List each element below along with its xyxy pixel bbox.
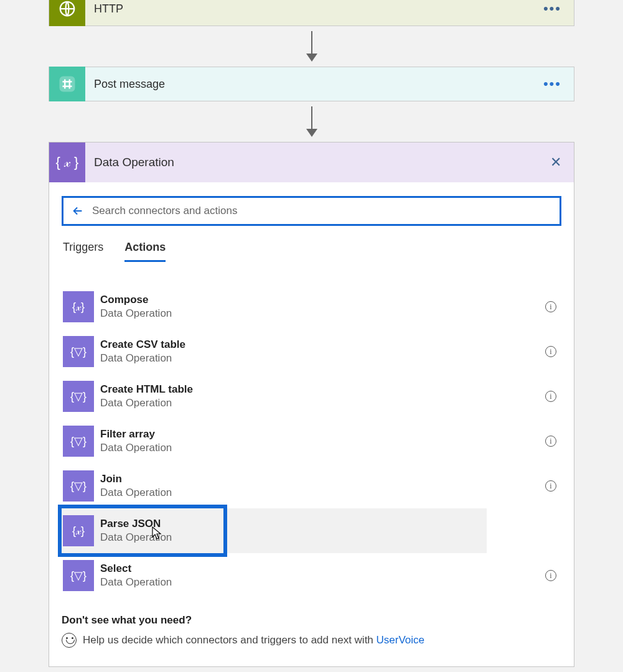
ellipsis-icon[interactable]: ••• bbox=[543, 1, 561, 17]
footer-help-text: Help us decide which connectors and trig… bbox=[83, 634, 377, 646]
globe-icon bbox=[49, 0, 85, 26]
post-message-step[interactable]: Post message ••• bbox=[49, 67, 574, 101]
footer-text: Help us decide which connectors and trig… bbox=[83, 634, 424, 646]
hash-icon bbox=[49, 67, 85, 101]
action-filter-array[interactable]: {▽} Filter array Data Operation i bbox=[62, 419, 561, 464]
braces-icon: {𝓍} bbox=[63, 515, 94, 546]
filter-icon: {▽} bbox=[63, 426, 94, 457]
footer-question: Don't see what you need? bbox=[62, 614, 561, 627]
action-name: Select bbox=[100, 562, 172, 576]
tab-triggers[interactable]: Triggers bbox=[63, 241, 103, 262]
action-name: Join bbox=[100, 472, 172, 486]
flow-arrow bbox=[306, 31, 317, 62]
svg-rect-1 bbox=[60, 77, 75, 91]
braces-icon: {𝓍} bbox=[63, 291, 94, 322]
post-step-title: Post message bbox=[94, 78, 165, 91]
action-name: Filter array bbox=[100, 427, 172, 441]
panel-title: Data Operation bbox=[94, 156, 174, 169]
uservoice-link[interactable]: UserVoice bbox=[377, 634, 424, 646]
back-arrow-icon[interactable] bbox=[71, 204, 85, 218]
action-list: {𝓍} Compose Data Operation i {▽} Create … bbox=[62, 284, 561, 598]
flow-arrow bbox=[306, 106, 317, 137]
action-parse-json[interactable]: {𝓍} Parse JSON Data Operation bbox=[62, 508, 223, 553]
action-select[interactable]: {▽} Select Data Operation i bbox=[62, 553, 561, 598]
ellipsis-icon[interactable]: ••• bbox=[543, 76, 561, 92]
cursor-icon bbox=[151, 526, 164, 541]
info-icon[interactable]: i bbox=[545, 480, 556, 492]
footer-help: Don't see what you need? Help us decide … bbox=[62, 614, 561, 648]
join-icon: {▽} bbox=[63, 470, 94, 502]
info-icon[interactable]: i bbox=[545, 346, 556, 357]
action-connector: Data Operation bbox=[100, 576, 172, 589]
action-create-html-table[interactable]: {▽} Create HTML table Data Operation i bbox=[62, 374, 561, 419]
action-name: Compose bbox=[100, 293, 172, 307]
table-icon: {▽} bbox=[63, 381, 94, 412]
data-operation-panel: { 𝓍 } Data Operation ✕ Triggers Actions bbox=[49, 142, 574, 667]
highlighted-selection: {𝓍} Parse JSON Data Operation i bbox=[62, 508, 487, 553]
search-input[interactable] bbox=[92, 205, 552, 217]
action-connector: Data Operation bbox=[100, 307, 172, 320]
action-connector: Data Operation bbox=[100, 396, 193, 410]
table-icon: {▽} bbox=[63, 336, 94, 367]
action-create-csv-table[interactable]: {▽} Create CSV table Data Operation i bbox=[62, 329, 561, 374]
close-icon[interactable]: ✕ bbox=[550, 154, 561, 170]
info-icon[interactable]: i bbox=[545, 301, 556, 312]
tab-actions[interactable]: Actions bbox=[124, 241, 166, 262]
http-step-title: HTTP bbox=[94, 2, 123, 16]
info-icon[interactable]: i bbox=[545, 436, 556, 447]
http-step[interactable]: HTTP ••• bbox=[49, 0, 574, 26]
action-connector: Data Operation bbox=[100, 486, 172, 500]
action-compose[interactable]: {𝓍} Compose Data Operation i bbox=[62, 284, 561, 329]
action-connector: Data Operation bbox=[100, 352, 185, 365]
action-connector: Data Operation bbox=[100, 441, 172, 455]
info-icon[interactable]: i bbox=[545, 391, 556, 402]
panel-header: { 𝓍 } Data Operation ✕ bbox=[49, 142, 574, 182]
action-join[interactable]: {▽} Join Data Operation i bbox=[62, 464, 561, 508]
action-name: Create CSV table bbox=[100, 338, 185, 352]
action-name: Create HTML table bbox=[100, 383, 193, 396]
select-icon: {▽} bbox=[63, 560, 94, 591]
search-container[interactable] bbox=[62, 196, 561, 226]
smiley-icon bbox=[62, 633, 77, 648]
braces-icon: { 𝓍 } bbox=[49, 142, 85, 182]
tabs: Triggers Actions bbox=[62, 241, 561, 262]
info-icon[interactable]: i bbox=[545, 570, 556, 581]
